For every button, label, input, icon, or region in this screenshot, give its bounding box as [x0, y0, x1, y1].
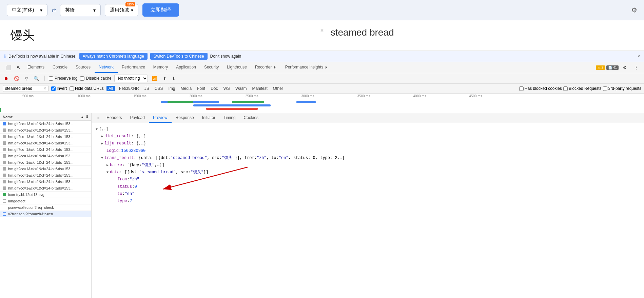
record-button[interactable]: ⏺: [3, 75, 10, 82]
tick-500: 500 ms: [0, 94, 56, 98]
expand-icon[interactable]: ▼: [101, 156, 103, 161]
tab-console[interactable]: Console: [48, 62, 72, 73]
swap-languages-button[interactable]: ⇄: [52, 7, 56, 13]
tab-timing[interactable]: Timing: [219, 113, 240, 123]
tab-cookies[interactable]: Cookies: [240, 113, 262, 123]
preserve-log-checkbox[interactable]: [49, 76, 53, 81]
expand-icon[interactable]: ▼: [106, 170, 109, 175]
tab-application[interactable]: Application: [172, 62, 200, 73]
js-filter[interactable]: JS: [143, 86, 151, 91]
expand-icon[interactable]: ▶: [101, 141, 103, 146]
download-icon[interactable]: ⬇: [171, 75, 177, 82]
invert-checkbox-label[interactable]: Invert: [51, 86, 67, 91]
tab-security[interactable]: Security: [200, 62, 223, 73]
tab-network[interactable]: Network: [95, 62, 118, 73]
target-lang-select[interactable]: 英语 ▾: [60, 4, 101, 16]
tab-lighthouse[interactable]: Lighthouse: [223, 62, 251, 73]
tab-performance-insights[interactable]: Performance insights ⏵: [281, 62, 333, 73]
list-item[interactable]: pcnewcollection?req=check: [0, 204, 91, 211]
translate-button[interactable]: 立即翻译: [142, 3, 179, 17]
switch-to-chinese-button[interactable]: Switch DevTools to Chinese: [150, 53, 208, 60]
clear-search-button[interactable]: ×: [44, 86, 46, 91]
filter-button[interactable]: ▽: [23, 75, 30, 82]
tab-performance[interactable]: Performance: [118, 62, 149, 73]
expand-icon[interactable]: ▶: [101, 134, 103, 139]
blocked-cookies-label[interactable]: Has blocked cookies: [519, 86, 562, 91]
media-filter[interactable]: Media: [179, 86, 193, 91]
third-party-label[interactable]: 3rd-party requests: [603, 86, 641, 91]
list-item[interactable]: hm.gif?cc=1&ck=1&cl=24-bit&ds=153...: [0, 127, 91, 134]
domain-select[interactable]: NEW 通用领域 ▾: [105, 4, 138, 16]
tab-memory[interactable]: Memory: [149, 62, 172, 73]
hide-data-urls-label[interactable]: Hide data URLs: [70, 86, 104, 91]
other-filter[interactable]: Other: [272, 86, 285, 91]
list-item[interactable]: hm.gif?cc=1&ck=1&cl=24-bit&ds=153...: [0, 146, 91, 153]
manifest-filter[interactable]: Manifest: [251, 86, 269, 91]
tab-sources[interactable]: Sources: [72, 62, 95, 73]
img-filter[interactable]: Img: [167, 86, 176, 91]
disable-cache-label[interactable]: Disable cache: [80, 76, 111, 81]
throttle-select[interactable]: No throttling: [114, 75, 148, 82]
third-party-checkbox[interactable]: [603, 86, 607, 91]
tab-initiator[interactable]: Initiator: [198, 113, 219, 123]
tab-right-area: ⚠ 2 📄 41 ⚙ ⋮: [596, 63, 641, 72]
list-item[interactable]: hm.gif?cc=1&ck=1&cl=24-bit&ds=153...: [0, 121, 91, 127]
css-filter[interactable]: CSS: [153, 86, 164, 91]
clear-source-button[interactable]: ×: [313, 27, 331, 34]
dont-show-again-link[interactable]: Don't show again: [210, 54, 241, 59]
list-item[interactable]: hm.gif?cc=1&ck=1&cl=24-bit&ds=153...: [0, 153, 91, 159]
list-item[interactable]: hm.gif?cc=1&ck=1&cl=24-bit&ds=153...: [0, 140, 91, 146]
list-item[interactable]: hm.gif?cc=1&ck=1&cl=24-bit&ds=153...: [0, 179, 91, 185]
tab-preview[interactable]: Preview: [149, 113, 172, 123]
list-item[interactable]: icon-try.bb12cd13.svg: [0, 192, 91, 198]
tab-response[interactable]: Response: [172, 113, 198, 123]
disable-cache-checkbox[interactable]: [80, 76, 84, 81]
hide-data-urls-checkbox[interactable]: [70, 86, 74, 91]
blocked-requests-label[interactable]: Blocked Requests: [563, 86, 602, 91]
tab-recorder[interactable]: Recorder ⏵: [251, 62, 281, 73]
invert-checkbox[interactable]: [51, 86, 56, 91]
ws-filter[interactable]: WS: [222, 86, 231, 91]
upload-icon[interactable]: ⬆: [161, 75, 168, 82]
all-filter-button[interactable]: All: [106, 86, 115, 91]
translation-bar: 中文(简体) ▾ ⇄ 英语 ▾ NEW 通用领域 ▾ 立即翻译 ⚙: [0, 0, 644, 20]
blocked-cookies-checkbox[interactable]: [519, 86, 524, 91]
timeline: 500 ms 1000 ms 1500 ms 2000 ms 2500 ms 3…: [0, 94, 644, 113]
expand-icon[interactable]: ▼: [96, 127, 98, 132]
tab-elements[interactable]: Elements: [23, 62, 48, 73]
fetch-xhr-filter[interactable]: Fetch/XHR: [118, 86, 140, 91]
devtools-notification: ℹ DevTools is now available in Chinese! …: [0, 51, 644, 62]
match-language-button[interactable]: Always match Chrome's language: [79, 53, 148, 60]
doc-filter[interactable]: Doc: [209, 86, 219, 91]
tab-payload[interactable]: Payload: [126, 113, 149, 123]
settings-icon[interactable]: ⚙: [631, 6, 637, 14]
list-item[interactable]: langdetect: [0, 198, 91, 204]
settings-button[interactable]: ⚙: [620, 63, 630, 72]
more-options-button[interactable]: ⋮: [631, 63, 641, 72]
sort-button[interactable]: ▲: [80, 115, 84, 119]
preserve-log-label[interactable]: Preserve log: [49, 76, 77, 81]
search-button[interactable]: 🔍: [32, 75, 40, 82]
device-toolbar-button[interactable]: ⬜: [3, 63, 14, 72]
source-text: 馒头: [10, 27, 313, 44]
close-response-button[interactable]: ×: [94, 113, 102, 123]
expand-icon[interactable]: ▶: [106, 163, 109, 168]
item-icon: [3, 161, 6, 164]
search-input[interactable]: [5, 86, 42, 91]
wasm-filter[interactable]: Wasm: [234, 86, 248, 91]
wifi-icon[interactable]: 📶: [151, 75, 159, 82]
source-lang-select[interactable]: 中文(简体) ▾: [7, 4, 47, 16]
list-item[interactable]: hm.gif?cc=1&ck=1&cl=24-bit&ds=153...: [0, 159, 91, 166]
list-item-selected[interactable]: v2transapi?from=zh&to=en: [0, 211, 91, 217]
notification-close[interactable]: ×: [638, 54, 640, 59]
list-item[interactable]: hm.gif?cc=1&ck=1&cl=24-bit&ds=153...: [0, 185, 91, 192]
clear-button[interactable]: 🚫: [13, 75, 21, 82]
blocked-requests-checkbox[interactable]: [563, 86, 568, 91]
list-item[interactable]: hm.gif?cc=1&ck=1&cl=24-bit&ds=153...: [0, 172, 91, 179]
sort-button-2[interactable]: ⬇: [85, 115, 89, 119]
list-item[interactable]: hm.gif?cc=1&ck=1&cl=24-bit&ds=153...: [0, 166, 91, 172]
list-item[interactable]: hm.gif?cc=1&ck=1&cl=24-bit&ds=153...: [0, 134, 91, 140]
font-filter[interactable]: Font: [196, 86, 207, 91]
tab-headers[interactable]: Headers: [102, 113, 126, 123]
inspect-button[interactable]: ↖: [14, 63, 23, 72]
